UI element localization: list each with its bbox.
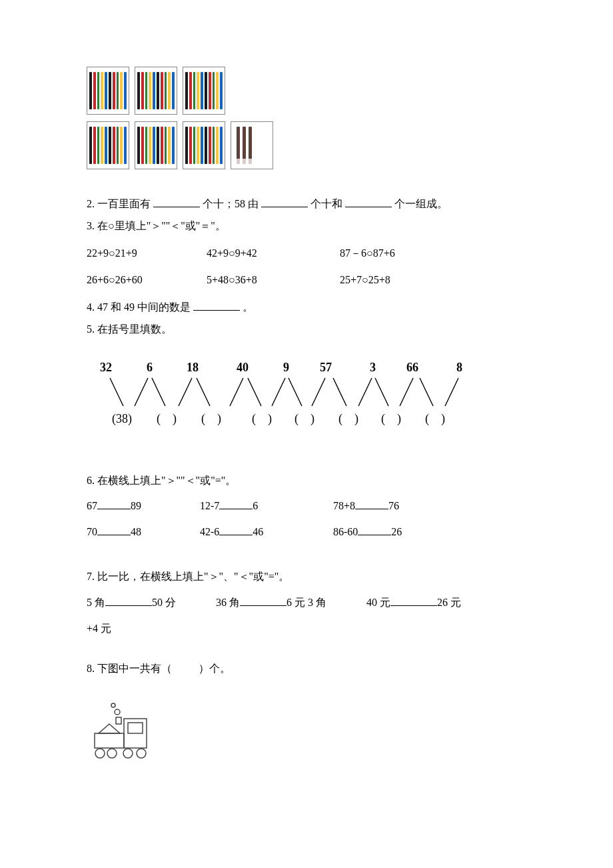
- q6-row-2: 7048 42-646 86-6026: [87, 523, 526, 542]
- svg-line-19: [333, 378, 346, 406]
- question-7-title: 7. 比一比，在横线上填上"＞"、"＜"或"="。: [87, 567, 526, 587]
- q4-text-b: 。: [243, 301, 253, 313]
- q3-row-1: 22+9○21+9 42+9○9+42 87－6○87+6: [87, 244, 526, 263]
- pencil-boxes-row-1: [87, 67, 526, 115]
- q7-cell: 36 角6 元 3 角: [216, 593, 326, 613]
- q6-cell: 7048: [87, 523, 200, 542]
- q8-paren-space: [175, 663, 196, 674]
- pencil-box: [87, 121, 129, 169]
- svg-line-16: [272, 378, 285, 406]
- pencil-box: [183, 121, 225, 169]
- svg-point-41: [107, 749, 117, 758]
- q3-eq: 87－6○87+6: [340, 244, 473, 263]
- svg-marker-39: [99, 724, 120, 733]
- q2-text-b: 个十；58 由: [203, 198, 259, 209]
- svg-line-11: [152, 378, 165, 406]
- svg-point-33: [111, 703, 115, 707]
- question-4: 4. 47 和 49 中间的数是 。: [87, 298, 526, 317]
- q6-cell: 42-646: [200, 523, 333, 542]
- svg-text:66: 66: [406, 361, 418, 374]
- q4-text-a: 4. 47 和 49 中间的数是: [87, 301, 191, 313]
- q2-text-a: 2. 一百里面有: [87, 198, 151, 209]
- q8-text-b: ）个。: [199, 663, 231, 674]
- q8-text-a: 8. 下图中一共有（: [87, 663, 172, 674]
- svg-line-22: [400, 378, 413, 406]
- q6-cell: 12-76: [200, 497, 333, 516]
- svg-rect-37: [128, 723, 143, 733]
- svg-line-10: [135, 378, 148, 406]
- svg-text:(　): ( ): [157, 412, 177, 426]
- question-5-title: 5. 在括号里填数。: [87, 320, 526, 339]
- q6-cell: 6789: [87, 497, 200, 516]
- svg-point-40: [95, 749, 105, 758]
- svg-text:(38): (38): [112, 412, 132, 426]
- q7-row: 5 角50 分 36 角6 元 3 角 40 元26 元: [87, 593, 526, 613]
- svg-text:6: 6: [147, 361, 153, 374]
- q3-eq: 25+7○25+8: [340, 271, 473, 290]
- q3-eq: 5+48○36+8: [207, 271, 340, 290]
- svg-line-13: [197, 378, 210, 406]
- svg-line-9: [110, 378, 123, 406]
- svg-line-17: [289, 378, 302, 406]
- number-bond-svg: 32 6 18 40 9 57 3 66 8 (38) ( ) ( ) ( ) …: [87, 359, 526, 433]
- q3-row-2: 26+6○26+60 5+48○36+8 25+7○25+8: [87, 271, 526, 290]
- blank: [345, 197, 392, 207]
- blank: [153, 197, 200, 207]
- svg-text:40: 40: [237, 361, 249, 374]
- blank: [261, 197, 308, 207]
- svg-text:32: 32: [100, 361, 112, 374]
- svg-text:(　): ( ): [201, 412, 221, 426]
- pencil-box: [135, 67, 177, 115]
- svg-line-23: [420, 378, 433, 406]
- svg-text:(　): ( ): [425, 412, 445, 426]
- svg-text:(　): ( ): [338, 412, 358, 426]
- svg-point-34: [115, 709, 120, 715]
- svg-line-18: [312, 378, 325, 406]
- svg-point-43: [137, 749, 146, 758]
- q6-cell: 78+876: [333, 497, 466, 516]
- svg-rect-38: [95, 733, 124, 748]
- q7-cell: 40 元26 元: [366, 593, 461, 613]
- q3-eq: 42+9○9+42: [207, 244, 340, 263]
- train-figure: [87, 699, 526, 772]
- svg-text:(　): ( ): [295, 412, 314, 426]
- svg-text:(　): ( ): [381, 412, 401, 426]
- pencil-boxes-row-2: [87, 121, 526, 169]
- pencil-box: [87, 67, 129, 115]
- q6-cell: 86-6026: [333, 523, 466, 542]
- q2-text-d: 个一组成。: [394, 198, 448, 209]
- svg-text:9: 9: [283, 361, 289, 374]
- blank: [193, 300, 240, 311]
- svg-line-14: [230, 378, 243, 406]
- q6-row-1: 6789 12-76 78+876: [87, 497, 526, 516]
- q7-cell: 5 角50 分: [87, 593, 176, 613]
- svg-line-15: [248, 378, 261, 406]
- svg-rect-35: [116, 717, 121, 724]
- q3-eq: 26+6○26+60: [87, 271, 207, 290]
- pencil-box-partial: [231, 121, 273, 169]
- svg-line-20: [358, 378, 372, 406]
- svg-text:(　): ( ): [252, 412, 272, 426]
- q3-eq: 22+9○21+9: [87, 244, 207, 263]
- train-icon: [87, 699, 167, 765]
- svg-point-42: [123, 749, 133, 758]
- pencil-box: [135, 121, 177, 169]
- svg-line-12: [179, 378, 192, 406]
- q2-text-c: 个十和: [310, 198, 342, 209]
- question-6-title: 6. 在横线上填上"＞""＜"或"="。: [87, 471, 526, 491]
- svg-text:57: 57: [320, 361, 332, 374]
- question-2: 2. 一百里面有 个十；58 由 个十和 个一组成。: [87, 195, 526, 214]
- svg-line-21: [375, 378, 388, 406]
- number-bond-diagram: 32 6 18 40 9 57 3 66 8 (38) ( ) ( ) ( ) …: [87, 359, 526, 439]
- question-3-title: 3. 在○里填上"＞""＜"或"＝"。: [87, 217, 526, 236]
- question-8: 8. 下图中一共有（ ）个。: [87, 659, 526, 679]
- q7-wrap: +4 元: [87, 619, 526, 639]
- svg-line-24: [445, 378, 458, 406]
- pencil-box: [183, 67, 225, 115]
- svg-text:18: 18: [187, 361, 199, 374]
- svg-text:3: 3: [370, 361, 376, 374]
- svg-text:8: 8: [456, 361, 462, 374]
